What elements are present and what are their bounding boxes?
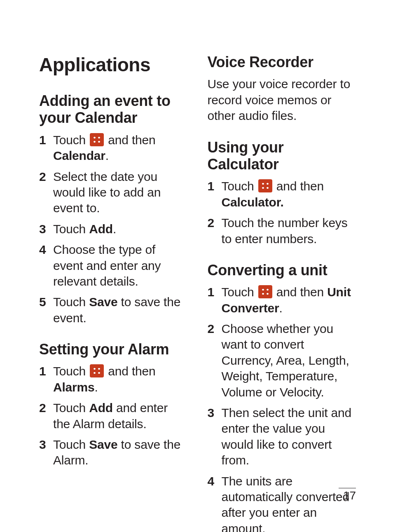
steps-list: Touch and then Calculator. Touch the num… [208, 178, 356, 247]
page-number: 17 [339, 488, 356, 502]
step: Touch and then Calendar. [39, 132, 188, 164]
page-content: Applications Adding an event to your Cal… [0, 0, 393, 532]
steps-list: Touch and then Alarms. Touch Add and ent… [39, 363, 188, 468]
apps-icon [258, 179, 272, 192]
heading: Using your Calculator [208, 139, 356, 173]
heading: Setting your Alarm [39, 341, 188, 358]
heading: Adding an event to your Calendar [39, 92, 188, 127]
step: Touch Add. [39, 221, 188, 237]
step: The units are automatically converted af… [208, 473, 356, 532]
steps-list: Touch and then Calendar. Select the date… [39, 132, 188, 326]
apps-icon [90, 364, 104, 377]
page-title: Applications [39, 54, 188, 76]
step: Touch the number keys to enter numbers. [208, 215, 356, 247]
apps-icon [90, 133, 104, 146]
step: Choose whether you want to convert Curre… [208, 321, 356, 400]
step: Touch and then Alarms. [39, 363, 188, 395]
heading: Voice Recorder [208, 54, 356, 70]
step: Select the date you would like to add an… [39, 169, 188, 216]
step: Touch and then Unit Converter. [208, 284, 356, 316]
step: Then select the unit and enter the value… [208, 405, 356, 469]
body-text: Use your voice recorder to record voice … [208, 76, 356, 124]
left-column: Applications Adding an event to your Cal… [39, 54, 188, 532]
section-unit-converter: Converting a unit Touch and then Unit Co… [208, 262, 356, 532]
heading: Converting a unit [208, 262, 356, 279]
apps-icon [258, 285, 272, 298]
step: Touch Save to save the Alarm. [39, 437, 188, 469]
step: Touch Save to save the event. [39, 294, 188, 326]
section-voice-recorder: Voice Recorder Use your voice recorder t… [208, 54, 356, 124]
step: Touch Add and enter the Alarm details. [39, 400, 188, 432]
right-column: Voice Recorder Use your voice recorder t… [208, 54, 356, 532]
section-calendar: Adding an event to your Calendar Touch a… [39, 92, 188, 326]
section-alarm: Setting your Alarm Touch and then Alarms… [39, 341, 188, 469]
steps-list: Touch and then Unit Converter. Choose wh… [208, 284, 356, 532]
step: Touch and then Calculator. [208, 178, 356, 210]
step: Choose the type of event and enter any r… [39, 242, 188, 289]
section-calculator: Using your Calculator Touch and then Cal… [208, 139, 356, 247]
